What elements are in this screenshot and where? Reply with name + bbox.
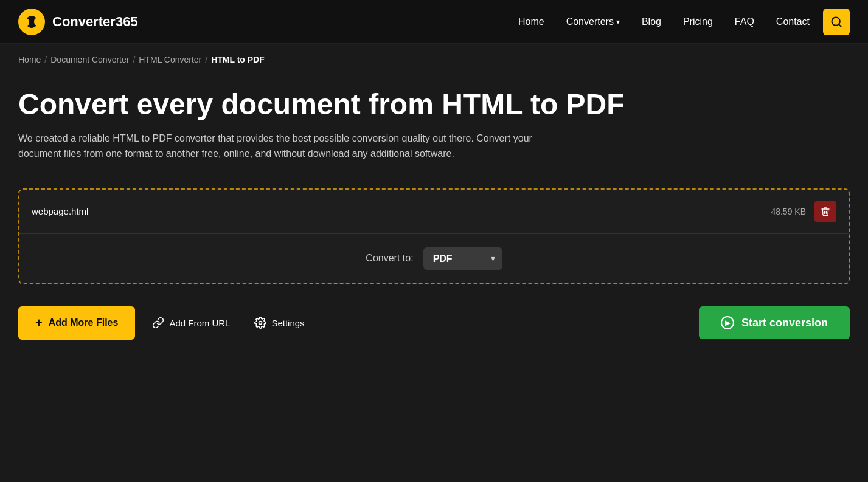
play-icon: ▶ xyxy=(721,316,734,329)
settings-label: Settings xyxy=(271,318,304,328)
action-left-group: + Add More Files Add From URL Settings xyxy=(18,306,312,340)
file-name: webpage.html xyxy=(32,206,88,216)
chevron-down-icon: ▾ xyxy=(616,18,620,26)
svg-line-2 xyxy=(839,24,841,26)
logo-icon xyxy=(18,9,45,35)
add-more-files-button[interactable]: + Add More Files xyxy=(18,306,135,340)
nav-home[interactable]: Home xyxy=(510,12,553,32)
convert-to-row: Convert to: PDF DOC DOCX TXT ODT xyxy=(19,234,849,283)
format-select-wrapper: PDF DOC DOCX TXT ODT xyxy=(423,247,502,270)
breadcrumb-home[interactable]: Home xyxy=(18,55,41,64)
start-conversion-button[interactable]: ▶ Start conversion xyxy=(699,306,850,339)
breadcrumb-sep-2: / xyxy=(133,55,135,64)
breadcrumb: Home / Document Converter / HTML Convert… xyxy=(0,44,868,71)
nav-contact[interactable]: Contact xyxy=(768,12,818,32)
main-nav: Home Converters ▾ Blog Pricing FAQ Conta… xyxy=(510,9,850,35)
delete-file-button[interactable] xyxy=(814,201,836,222)
nav-pricing[interactable]: Pricing xyxy=(675,12,721,32)
nav-blog[interactable]: Blog xyxy=(633,12,670,32)
convert-to-label: Convert to: xyxy=(366,253,413,264)
add-from-url-label: Add From URL xyxy=(169,318,230,328)
trash-icon xyxy=(821,207,830,216)
add-from-url-button[interactable]: Add From URL xyxy=(145,312,237,334)
breadcrumb-sep-1: / xyxy=(44,55,47,64)
file-upload-area: webpage.html 48.59 KB Convert to: PDF DO… xyxy=(18,188,850,284)
logo[interactable]: Converter365 xyxy=(18,9,138,35)
nav-faq[interactable]: FAQ xyxy=(726,12,763,32)
search-icon xyxy=(830,16,842,28)
hero-description: We created a reliable HTML to PDF conver… xyxy=(18,131,566,162)
breadcrumb-sep-3: / xyxy=(205,55,207,64)
add-more-files-label: Add More Files xyxy=(49,317,119,328)
breadcrumb-document-converter[interactable]: Document Converter xyxy=(50,55,129,64)
logo-text: Converter365 xyxy=(52,14,138,30)
file-meta: 48.59 KB xyxy=(771,201,836,222)
link-icon xyxy=(152,317,164,329)
format-select[interactable]: PDF DOC DOCX TXT ODT xyxy=(423,247,502,270)
breadcrumb-html-converter[interactable]: HTML Converter xyxy=(139,55,201,64)
settings-button[interactable]: Settings xyxy=(247,312,311,334)
plus-icon: + xyxy=(35,316,43,330)
svg-point-3 xyxy=(259,322,262,325)
hero-section: Convert every document from HTML to PDF … xyxy=(0,71,868,176)
start-conversion-label: Start conversion xyxy=(741,317,828,329)
file-row: webpage.html 48.59 KB xyxy=(19,190,849,234)
gear-icon xyxy=(254,317,266,329)
action-bar: + Add More Files Add From URL Settings ▶… xyxy=(0,297,868,349)
page-title: Convert every document from HTML to PDF xyxy=(18,89,850,121)
nav-converters[interactable]: Converters ▾ xyxy=(558,12,628,32)
search-button[interactable] xyxy=(823,9,850,35)
breadcrumb-current: HTML to PDF xyxy=(211,55,265,64)
file-size: 48.59 KB xyxy=(771,207,806,216)
